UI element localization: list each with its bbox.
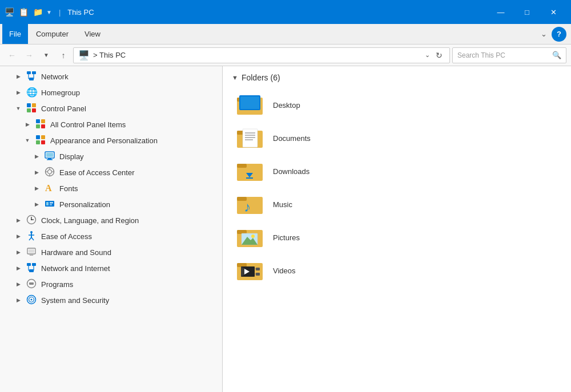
svg-rect-84 xyxy=(237,263,247,267)
desktop-icon-container xyxy=(236,92,266,118)
folder-item-desktop[interactable]: Desktop xyxy=(232,89,562,121)
address-box[interactable]: 🖥️ > This PC ⌄ ↻ xyxy=(73,47,450,63)
sidebar-item-hardware[interactable]: ▶ Hardware and Sound xyxy=(0,244,222,260)
expand-network-internet[interactable]: ▶ xyxy=(14,264,23,273)
expand-programs[interactable]: ▶ xyxy=(14,280,23,289)
videos-label: Videos xyxy=(273,266,296,275)
ease-center-label: Ease of Access Center xyxy=(59,168,135,177)
refresh-button[interactable]: ↻ xyxy=(433,50,445,61)
dropdown-arrow[interactable]: ▼ xyxy=(46,9,52,15)
expand-clock[interactable]: ▶ xyxy=(14,216,23,225)
expand-display[interactable]: ▶ xyxy=(32,152,41,161)
sidebar-item-ease-access-center[interactable]: ▶ Ease of Access Center xyxy=(0,164,222,180)
folder-grid: Desktop Documents xyxy=(232,89,562,286)
section-chevron[interactable]: ▼ xyxy=(232,74,238,81)
system-label: System and Security xyxy=(41,296,109,305)
svg-rect-47 xyxy=(27,263,31,266)
folder-item-music[interactable]: ♪ Music xyxy=(232,188,562,220)
expand-appearance[interactable]: ▼ xyxy=(23,136,32,145)
svg-rect-33 xyxy=(50,204,52,206)
expand-hardware[interactable]: ▶ xyxy=(14,248,23,257)
forward-button[interactable]: → xyxy=(22,48,37,63)
svg-rect-46 xyxy=(30,255,33,256)
svg-rect-15 xyxy=(36,135,40,139)
svg-line-41 xyxy=(29,237,31,240)
svg-rect-65 xyxy=(243,129,258,147)
history-dropdown[interactable]: ▼ xyxy=(39,48,54,63)
downloads-icon-container xyxy=(236,159,266,184)
title-bar: 🖥️ 📋 📁 ▼ | This PC — □ ✕ xyxy=(0,0,571,24)
homegroup-label: Homegroup xyxy=(41,88,80,97)
appearance-icon xyxy=(35,135,47,146)
menu-view[interactable]: View xyxy=(77,24,108,44)
sidebar-item-display[interactable]: ▶ Display xyxy=(0,148,222,164)
address-chevron[interactable]: ⌄ xyxy=(425,51,430,59)
help-button[interactable]: ? xyxy=(552,27,566,42)
expand-homegroup[interactable]: ▶ xyxy=(14,88,23,97)
sidebar-item-system[interactable]: ▶ System and Security xyxy=(0,292,222,308)
sidebar-item-appearance[interactable]: ▼ Appearance and Personalization xyxy=(0,132,222,148)
window-title: This PC xyxy=(61,8,488,17)
svg-point-24 xyxy=(48,170,52,174)
close-button[interactable]: ✕ xyxy=(540,0,566,24)
expand-all-control[interactable]: ▶ xyxy=(23,120,32,129)
expand-network[interactable]: ▶ xyxy=(14,72,23,81)
folder-icon: 📁 xyxy=(33,7,43,17)
sidebar-item-personalization[interactable]: ▶ Personalization xyxy=(0,196,222,212)
svg-rect-31 xyxy=(46,202,49,205)
videos-icon-container xyxy=(236,258,266,283)
downloads-icon xyxy=(237,159,266,183)
up-button[interactable]: ↑ xyxy=(56,48,71,63)
svg-rect-10 xyxy=(32,108,36,112)
all-control-label: All Control Panel Items xyxy=(50,120,126,129)
clock-icon xyxy=(26,215,38,226)
control-panel-label: Control Panel xyxy=(41,104,86,113)
expand-fonts[interactable]: ▶ xyxy=(32,184,41,193)
back-button[interactable]: ← xyxy=(5,48,19,63)
folder-item-documents[interactable]: Documents xyxy=(232,122,562,154)
folder-item-videos[interactable]: Videos xyxy=(232,254,562,286)
folder-item-downloads[interactable]: Downloads xyxy=(232,155,562,187)
sidebar-item-programs[interactable]: ▶ Programs xyxy=(0,276,222,292)
svg-text:♪: ♪ xyxy=(244,199,251,215)
expand-control-panel[interactable]: ▼ xyxy=(14,104,23,113)
menu-computer[interactable]: Computer xyxy=(28,24,77,44)
minimize-button[interactable]: — xyxy=(488,0,514,24)
svg-rect-22 xyxy=(47,159,53,160)
menu-file[interactable]: File xyxy=(2,24,28,44)
folder-item-pictures[interactable]: Pictures xyxy=(232,221,562,253)
svg-rect-8 xyxy=(32,103,36,107)
music-icon-container: ♪ xyxy=(236,192,266,217)
svg-rect-44 xyxy=(29,249,34,253)
ease-access-icon xyxy=(26,231,38,242)
programs-icon xyxy=(26,278,38,290)
sidebar-item-control-panel[interactable]: ▼ Control Panel xyxy=(0,100,222,116)
network-label: Network xyxy=(41,72,69,81)
expand-ease-center[interactable]: ▶ xyxy=(32,168,41,177)
desktop-icon xyxy=(237,93,266,117)
expand-personalization[interactable]: ▶ xyxy=(32,200,41,209)
search-box[interactable]: Search This PC 🔍 xyxy=(452,47,566,63)
sidebar-item-network-internet[interactable]: ▶ Network and Internet xyxy=(0,260,222,276)
sidebar-item-all-control-panel[interactable]: ▶ All Control Panel Items xyxy=(0,116,222,132)
appearance-label: Appearance and Personalization xyxy=(50,136,158,145)
documents-label: Documents xyxy=(273,134,311,143)
svg-point-37 xyxy=(31,219,32,220)
documents-icon xyxy=(237,126,266,150)
music-icon: ♪ xyxy=(237,192,266,216)
svg-rect-73 xyxy=(246,177,253,179)
sidebar-item-homegroup[interactable]: ▶ 🌐 Homegroup xyxy=(0,84,222,100)
title-bar-app-icons: 🖥️ 📋 📁 ▼ | xyxy=(5,7,61,17)
sidebar-item-clock[interactable]: ▶ Clock, Language, and Region xyxy=(0,212,222,228)
control-panel-icon xyxy=(26,103,38,114)
ribbon-toggle[interactable]: ⌄ xyxy=(536,26,552,42)
maximize-button[interactable]: □ xyxy=(514,0,540,24)
expand-system[interactable]: ▶ xyxy=(14,296,23,305)
expand-ease-access[interactable]: ▶ xyxy=(14,232,23,241)
programs-label: Programs xyxy=(41,280,73,289)
sidebar-item-fonts[interactable]: ▶ A Fonts xyxy=(0,180,222,196)
sidebar-item-network[interactable]: ▶ Network xyxy=(0,68,222,84)
personalization-icon xyxy=(45,199,56,210)
sidebar-item-ease-access[interactable]: ▶ Ease of Access xyxy=(0,228,222,244)
svg-rect-17 xyxy=(36,140,40,144)
